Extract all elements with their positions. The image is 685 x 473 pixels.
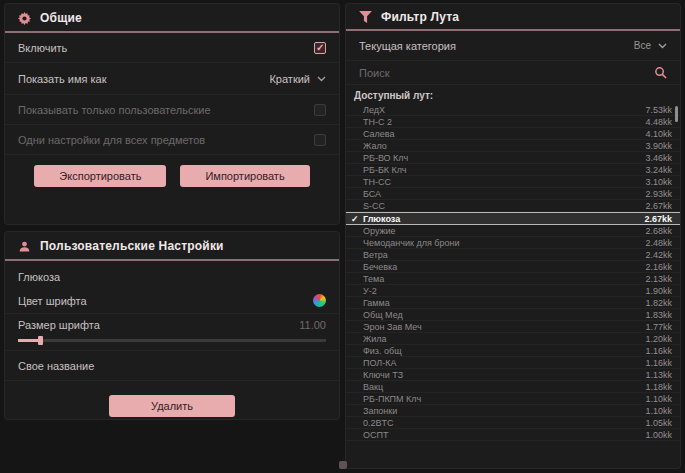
- same-settings-checkbox[interactable]: [314, 134, 326, 146]
- item-price: 1.13kk: [645, 370, 672, 380]
- list-item[interactable]: ✓Глюкоза2.67kk: [346, 212, 680, 225]
- custom-name-input[interactable]: [104, 360, 326, 372]
- list-item[interactable]: Бечевка2.16kk: [346, 261, 680, 273]
- list-item[interactable]: У-21.90kk: [346, 285, 680, 297]
- item-price: 1.18kk: [645, 382, 672, 392]
- list-item[interactable]: Чемоданчик для брони2.48kk: [346, 237, 680, 249]
- font-size-label: Размер шрифта: [18, 319, 100, 331]
- enable-checkbox[interactable]: [314, 42, 326, 54]
- search-row: [346, 61, 680, 85]
- item-name: Оружие: [363, 226, 645, 236]
- item-price: 3.10kk: [645, 177, 672, 187]
- list-item[interactable]: Общ Мед1.83kk: [346, 309, 680, 321]
- item-price: 1.83kk: [645, 310, 672, 320]
- import-export-row: Экспортировать Импортировать: [5, 155, 339, 195]
- loot-filter-title: Фильтр Лута: [381, 10, 459, 24]
- item-name: ЛедХ: [363, 105, 645, 115]
- chevron-down-icon: [658, 43, 667, 49]
- delete-button[interactable]: Удалить: [109, 395, 235, 417]
- list-item[interactable]: Ветра2.42kk: [346, 249, 680, 261]
- item-name: Ключи ТЗ: [363, 370, 645, 380]
- item-price: 2.93kk: [645, 189, 672, 199]
- list-item[interactable]: ОСПТ1.00kk: [346, 429, 680, 441]
- search-icon[interactable]: [654, 66, 667, 79]
- list-item[interactable]: БСА2.93kk: [346, 188, 680, 200]
- export-button[interactable]: Экспортировать: [34, 165, 166, 187]
- category-value: Все: [634, 40, 651, 51]
- list-item[interactable]: Гамма1.82kk: [346, 297, 680, 309]
- list-item[interactable]: ЛедХ7.53kk: [346, 104, 680, 116]
- list-item[interactable]: Ключи ТЗ1.13kk: [346, 369, 680, 381]
- custom-settings-header: Пользовательские Настройки: [5, 232, 339, 259]
- font-size-slider[interactable]: [18, 336, 326, 346]
- item-name: Физ. общ: [363, 346, 645, 356]
- list-item[interactable]: S-СС2.67kk: [346, 200, 680, 212]
- item-name: ПОЛ-КА: [363, 358, 645, 368]
- filter-funnel-icon: [359, 11, 372, 23]
- mod-settings-window: Общие Включить Показать имя как Краткий …: [0, 0, 685, 473]
- item-price: 3.24kk: [645, 165, 672, 175]
- item-price: 1.82kk: [645, 298, 672, 308]
- list-item[interactable]: Физ. общ1.16kk: [346, 345, 680, 357]
- category-row: Текущая категория Все: [346, 31, 680, 61]
- delete-row: Удалить: [5, 381, 339, 425]
- list-item[interactable]: 0.2BTC1.05kk: [346, 417, 680, 429]
- item-price: 1.10kk: [645, 394, 672, 404]
- category-dropdown[interactable]: Все: [634, 40, 667, 51]
- only-custom-checkbox[interactable]: [314, 104, 326, 116]
- item-name: S-СС: [363, 201, 645, 211]
- item-name: Гамма: [363, 298, 645, 308]
- item-price: 2.48kk: [645, 238, 672, 248]
- list-item[interactable]: РБ-ПКПМ Клч1.10kk: [346, 393, 680, 405]
- list-item[interactable]: ТН-С 24.48kk: [346, 116, 680, 128]
- item-name: Вакц: [363, 382, 645, 392]
- list-item[interactable]: Вакц1.18kk: [346, 381, 680, 393]
- item-name: РБ-ВО Клч: [363, 153, 645, 163]
- item-name: У-2: [363, 286, 645, 296]
- list-item[interactable]: РБ-БК Клч3.24kk: [346, 164, 680, 176]
- general-panel: Общие Включить Показать имя как Краткий …: [5, 4, 339, 224]
- item-name: Эрон Зав Меч: [363, 322, 645, 332]
- list-item[interactable]: Оружие2.68kk: [346, 225, 680, 237]
- same-settings-label: Одни настройки для всех предметов: [18, 134, 205, 146]
- slider-handle[interactable]: [38, 336, 43, 345]
- show-name-label: Показать имя как: [18, 73, 107, 85]
- list-item[interactable]: Запонки1.10kk: [346, 405, 680, 417]
- selected-check-icon: ✓: [351, 213, 363, 225]
- list-scrollbar-thumb[interactable]: [675, 106, 678, 122]
- loot-filter-panel: Фильтр Лута Текущая категория Все Доступ…: [346, 4, 680, 468]
- slider-fill: [18, 339, 40, 342]
- show-name-value: Краткий: [269, 73, 310, 85]
- search-input[interactable]: [359, 67, 654, 79]
- item-name: Запонки: [363, 406, 645, 416]
- custom-name-row: Свое название: [5, 351, 339, 381]
- item-price: 2.67kk: [645, 201, 672, 211]
- item-name: Жало: [363, 141, 645, 151]
- item-price: 2.42kk: [645, 250, 672, 260]
- item-name: БСА: [363, 189, 645, 199]
- item-price: 1.16kk: [645, 358, 672, 368]
- show-name-dropdown[interactable]: Краткий: [269, 73, 326, 85]
- list-item[interactable]: Салева4.10kk: [346, 128, 680, 140]
- list-item[interactable]: Эрон Зав Меч1.77kk: [346, 321, 680, 333]
- item-price: 2.16kk: [645, 262, 672, 272]
- item-price: 1.20kk: [645, 334, 672, 344]
- item-name: 0.2BTC: [363, 418, 645, 428]
- list-item[interactable]: РБ-ВО Клч3.46kk: [346, 152, 680, 164]
- general-panel-header: Общие: [5, 4, 339, 31]
- list-item[interactable]: ПОЛ-КА1.16kk: [346, 357, 680, 369]
- loot-list: ЛедХ7.53kkТН-С 24.48kkСалева4.10kkЖало3.…: [346, 104, 680, 441]
- color-wheel-icon[interactable]: [313, 294, 326, 307]
- font-size-row: Размер шрифта 11.00: [5, 314, 339, 351]
- list-item[interactable]: Жало3.90kk: [346, 140, 680, 152]
- list-item[interactable]: Тема2.13kk: [346, 273, 680, 285]
- custom-settings-panel: Пользовательские Настройки Глюкоза Цвет …: [5, 232, 339, 419]
- custom-name-label: Свое название: [18, 360, 94, 372]
- font-color-label: Цвет шрифта: [18, 295, 87, 307]
- list-item[interactable]: Жила1.20kk: [346, 333, 680, 345]
- import-button[interactable]: Импортировать: [180, 165, 309, 187]
- item-price: 2.67kk: [644, 214, 672, 224]
- item-price: 1.00kk: [645, 430, 672, 440]
- item-name: Бечевка: [363, 262, 645, 272]
- list-item[interactable]: ТН-СС3.10kk: [346, 176, 680, 188]
